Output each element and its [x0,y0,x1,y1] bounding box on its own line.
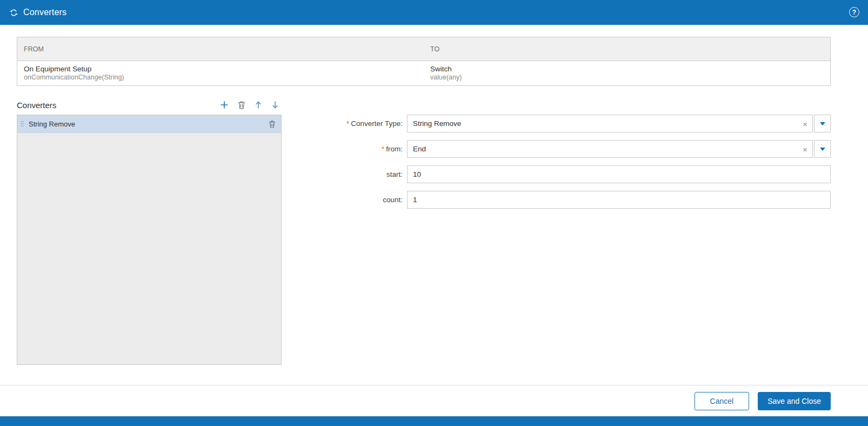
main-area: Converters [17,100,831,365]
table-row: On Equipment Setup onCommunicationChange… [17,61,830,85]
converter-type-combobox[interactable]: String Remove × [407,115,813,132]
list-item-string-remove[interactable]: String Remove [17,115,281,133]
converter-type-value: String Remove [413,119,461,128]
form-row-converter-type: *Converter Type: String Remove × [300,115,831,132]
mapping-table-header: FROM TO [17,37,830,61]
converters-icon [10,9,18,17]
move-up-icon[interactable] [255,101,262,109]
required-marker: * [382,145,384,153]
bottom-accent-bar [0,416,868,426]
list-item-label: String Remove [29,120,269,128]
cancel-button[interactable]: Cancel [695,392,750,410]
drag-handle-icon[interactable] [17,119,26,128]
count-input[interactable] [407,191,831,209]
footer-bar: Cancel Save and Close [0,385,868,416]
start-label: start: [300,170,403,178]
converters-panel-title: Converters [17,101,56,110]
form-row-start: start: [300,165,831,183]
item-trash-icon[interactable] [269,120,276,128]
converter-type-label: *Converter Type: [300,119,403,128]
form-row-count: count: [300,191,831,209]
required-marker: * [346,119,349,128]
from-subtitle: onCommunicationChange(String) [24,74,424,82]
converter-type-dropdown-button[interactable] [814,115,831,132]
help-icon[interactable]: ? [849,7,859,17]
start-input[interactable] [407,165,831,183]
from-title: On Equipment Setup [24,65,424,74]
column-header-to: TO [424,45,830,53]
column-header-from: FROM [17,45,424,53]
converters-list: String Remove [17,115,282,365]
chevron-down-icon [820,148,825,151]
clear-icon[interactable]: × [803,119,807,128]
converters-toolbar [220,101,282,109]
delete-converter-icon[interactable] [238,101,245,109]
mapping-table: FROM TO On Equipment Setup onCommunicati… [17,37,831,86]
title-bar: Converters ? [0,0,868,25]
from-dropdown-button[interactable] [814,140,831,158]
chevron-down-icon [820,122,825,125]
page-title: Converters [23,8,66,17]
converters-panel: Converters [17,100,282,365]
from-combobox[interactable]: End × [407,140,813,158]
add-converter-icon[interactable] [220,101,229,109]
converter-form: *Converter Type: String Remove × *from: … [282,115,831,365]
to-subtitle: value(any) [430,74,830,82]
clear-icon[interactable]: × [803,145,807,153]
form-row-from: *from: End × [300,140,831,158]
from-label: *from: [300,145,403,153]
move-down-icon[interactable] [271,101,279,109]
to-title: Switch [430,65,830,74]
count-label: count: [300,196,403,204]
from-value: End [413,145,426,153]
save-and-close-button[interactable]: Save and Close [758,392,831,410]
